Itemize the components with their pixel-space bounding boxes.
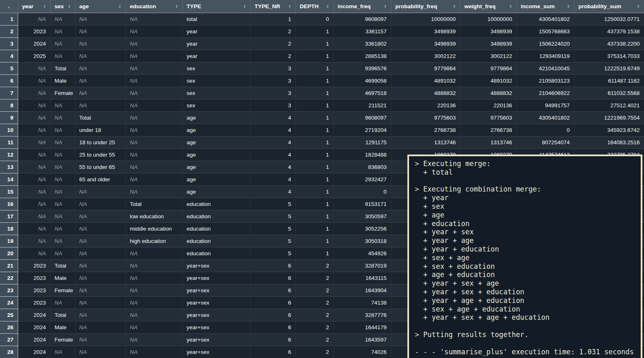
cell-year: NA xyxy=(18,124,50,136)
cell-sex: Male xyxy=(50,74,75,87)
console-line: + sex xyxy=(415,202,637,211)
cell-TYPE_NR: 6 xyxy=(250,259,295,272)
column-header-label: year xyxy=(22,3,34,9)
cell-DEPTH: 2 xyxy=(295,272,333,284)
row-number: 15 xyxy=(0,185,18,198)
cell-TYPE_NR: 5 xyxy=(250,247,295,259)
column-header-income_freq[interactable]: income_freq▲▼ xyxy=(333,0,391,13)
column-header-label: income_freq xyxy=(338,3,371,9)
column-header-year[interactable]: year▲▼ xyxy=(18,0,50,13)
cell-probability_sum: 164083.2516 xyxy=(574,136,644,148)
cell-TYPE_NR: 3 xyxy=(250,62,295,74)
cell-income_freq: 3287019 xyxy=(333,259,391,272)
cell-sex: Male xyxy=(50,272,75,284)
sort-asc-icon: ▲ xyxy=(7,5,11,9)
console-line: + year xyxy=(415,194,637,202)
cell-TYPE_NR: 1 xyxy=(250,13,295,25)
column-header-weight_freq[interactable]: weight_freq▲▼ xyxy=(460,0,516,13)
row-number: 27 xyxy=(0,333,18,346)
row-number: 25 xyxy=(0,309,18,321)
cell-TYPE: education xyxy=(182,222,250,235)
cell-education: NA xyxy=(126,272,182,284)
cell-DEPTH: 0 xyxy=(295,13,333,25)
cell-year: NA xyxy=(18,87,50,99)
cell-TYPE_NR: 6 xyxy=(250,321,295,333)
column-header-probability_sum[interactable]: probability_sum▲▼ xyxy=(574,0,644,13)
cell-year: NA xyxy=(18,99,50,111)
cell-year: 2023 xyxy=(18,25,50,37)
cell-probability_freq: 4891032 xyxy=(391,74,460,87)
column-header-age[interactable]: age▲▼ xyxy=(75,0,126,13)
cell-sex: NA xyxy=(50,210,75,222)
column-header-TYPE_NR[interactable]: TYPE_NR▲▼ xyxy=(250,0,295,13)
cell-income_sum: 2105803123 xyxy=(516,74,574,87)
row-number: 26 xyxy=(0,321,18,333)
column-header-label: age xyxy=(79,3,89,9)
column-header-sex[interactable]: sex▲▼ xyxy=(50,0,75,13)
cell-income_freq: 3361802 xyxy=(333,37,391,50)
cell-TYPE: year+sex xyxy=(182,284,250,296)
cell-education: NA xyxy=(126,37,182,50)
row-number: 3 xyxy=(0,37,18,50)
row-number: 12 xyxy=(0,148,18,161)
cell-TYPE: year+sex xyxy=(182,259,250,272)
cell-income_freq: 0 xyxy=(333,185,391,198)
sort-icon: ▲▼ xyxy=(43,4,46,9)
row-number: 8 xyxy=(0,99,18,111)
row-number: 9 xyxy=(0,111,18,124)
cell-TYPE: education xyxy=(182,210,250,222)
cell-year: NA xyxy=(18,210,50,222)
cell-TYPE_NR: 3 xyxy=(250,87,295,99)
cell-income_freq: 9153171 xyxy=(333,198,391,210)
row-number: 28 xyxy=(0,346,18,358)
cell-TYPE_NR: 3 xyxy=(250,99,295,111)
cell-age: NA xyxy=(75,74,126,87)
cell-income_freq: 1643597 xyxy=(333,333,391,346)
cell-sex: Total xyxy=(50,309,75,321)
cell-TYPE: age xyxy=(182,161,250,173)
column-header-TYPE[interactable]: TYPE▲▼ xyxy=(182,0,250,13)
column-header-label: weight_freq xyxy=(465,3,496,9)
cell-TYPE_NR: 6 xyxy=(250,272,295,284)
cell-probability_freq: 1313746 xyxy=(391,136,460,148)
cell-weight_freq: 9779864 xyxy=(460,62,516,74)
console-line: + year + education xyxy=(415,245,637,254)
sort-icon: ▲▼ xyxy=(326,4,329,9)
cell-TYPE: age xyxy=(182,111,250,124)
cell-income_sum: 4210410045 xyxy=(516,62,574,74)
cell-DEPTH: 1 xyxy=(295,124,333,136)
column-header-label: probability_freq xyxy=(395,3,437,9)
cell-DEPTH: 1 xyxy=(295,136,333,148)
cell-DEPTH: 1 xyxy=(295,235,333,247)
cell-TYPE: education xyxy=(182,235,250,247)
sort-icon: ▲▼ xyxy=(243,4,246,9)
cell-probability_freq: 3498939 xyxy=(391,25,460,37)
cell-age: NA xyxy=(75,198,126,210)
cell-age: NA xyxy=(75,333,126,346)
cell-education: Total xyxy=(126,198,182,210)
cell-sex: NA xyxy=(50,37,75,50)
cell-income_freq: 3287776 xyxy=(333,309,391,321)
column-header-income_sum[interactable]: income_sum▲▼ xyxy=(516,0,574,13)
cell-age: NA xyxy=(75,62,126,74)
corner-sort-header[interactable]: ▲ xyxy=(0,0,18,13)
cell-TYPE_NR: 2 xyxy=(250,50,295,62)
cell-TYPE: year+sex xyxy=(182,272,250,284)
cell-TYPE_NR: 4 xyxy=(250,148,295,161)
row-number: 1 xyxy=(0,13,18,25)
column-header-education[interactable]: education▲▼ xyxy=(126,0,182,13)
column-header-probability_freq[interactable]: probability_freq▲▼ xyxy=(391,0,460,13)
console-line: + age + education xyxy=(415,270,637,279)
column-header-label: education xyxy=(130,3,156,9)
cell-sex: Female xyxy=(50,284,75,296)
console-panel: > Executing merge: + total > Executing c… xyxy=(407,155,642,358)
cell-education: NA xyxy=(126,13,182,25)
cell-year: NA xyxy=(18,185,50,198)
cell-year: NA xyxy=(18,62,50,74)
column-header-DEPTH[interactable]: DEPTH▲▼ xyxy=(295,0,333,13)
cell-DEPTH: 2 xyxy=(295,259,333,272)
cell-DEPTH: 1 xyxy=(295,185,333,198)
cell-TYPE: year+sex xyxy=(182,346,250,358)
cell-year: 2024 xyxy=(18,333,50,346)
column-header-label: TYPE_NR xyxy=(255,3,280,9)
